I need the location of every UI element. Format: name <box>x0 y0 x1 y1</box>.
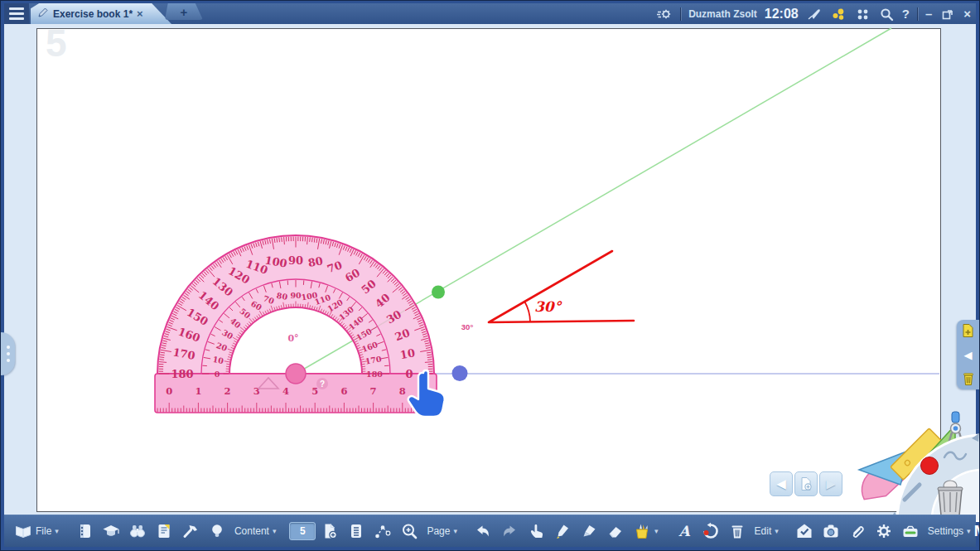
tools-tool[interactable] <box>178 520 203 543</box>
highlighter-tool[interactable] <box>577 520 601 543</box>
pen-cup-icon <box>633 522 651 540</box>
forward-arrow-icon: ▶ <box>826 476 836 491</box>
clock-time: 12:08 <box>765 7 799 22</box>
preferences-tool[interactable] <box>871 520 896 543</box>
search-icon[interactable] <box>878 6 895 22</box>
binoculars-icon <box>128 522 147 540</box>
attachment-tool[interactable] <box>845 520 870 543</box>
grad-cap-icon <box>102 522 120 540</box>
tab-close-icon[interactable]: × <box>137 8 143 19</box>
zoom-in-icon <box>400 522 418 540</box>
collapse-arrow-icon[interactable]: ◀ <box>964 349 973 361</box>
pen-tool[interactable] <box>550 520 575 543</box>
highlighter-icon <box>580 522 598 540</box>
page-add-icon <box>799 476 813 491</box>
redo-button[interactable] <box>497 520 522 543</box>
pen-icon <box>553 522 572 540</box>
chevron-down-icon: ▾ <box>775 527 779 535</box>
title-bar: Exercise book 1* × + Duzmath Zsolt 12:08 <box>4 3 976 24</box>
content-menu-label: Content <box>234 525 269 537</box>
ideas-tool[interactable] <box>205 520 229 543</box>
workspace: 5 ◀ ▶ ◀ <box>4 24 976 515</box>
page-number-box[interactable]: 5 <box>289 522 316 540</box>
undo-icon <box>474 522 492 540</box>
drawer-tool[interactable] <box>898 520 923 543</box>
content-menu[interactable]: Content▾ <box>231 523 280 539</box>
page-list-icon <box>347 522 365 540</box>
media-search-tool[interactable] <box>125 520 150 543</box>
page-number-watermark: 5 <box>46 21 67 65</box>
nav-add-page-button[interactable] <box>794 471 818 496</box>
file-menu-label: File <box>36 525 51 537</box>
titlebar-right: Duzmath Zsolt 12:08 ? – × <box>656 6 976 22</box>
logo-m: M <box>974 522 980 540</box>
path-tool[interactable] <box>370 520 395 543</box>
notebook-icon <box>75 522 94 540</box>
chevron-down-icon: ▾ <box>55 527 59 535</box>
page-canvas[interactable]: 5 <box>36 28 941 512</box>
user-name[interactable]: Duzmath Zsolt <box>688 8 757 20</box>
delete-tool[interactable] <box>725 520 750 543</box>
text-a-icon: A <box>675 522 693 540</box>
pencil-icon <box>37 7 49 22</box>
page-menu-label: Page <box>427 525 450 537</box>
drawer-icon <box>901 522 920 540</box>
settings-menu-label: Settings <box>928 525 963 537</box>
help-icon[interactable]: ? <box>902 7 910 20</box>
edit-menu[interactable]: Edit▾ <box>751 523 782 539</box>
hamburger-menu-icon[interactable] <box>4 3 29 24</box>
undo-button[interactable] <box>471 520 495 543</box>
camera-icon <box>822 522 840 540</box>
new-tab-button[interactable]: + <box>165 3 203 20</box>
chevron-down-icon: ▾ <box>453 527 457 535</box>
left-drawer-handle[interactable] <box>1 332 15 375</box>
file-menu[interactable]: File▾ <box>11 520 62 543</box>
restore-icon[interactable] <box>939 6 956 22</box>
minimize-icon[interactable]: – <box>925 7 932 20</box>
nav-back-button[interactable]: ◀ <box>770 471 793 496</box>
page-sorter-tool[interactable] <box>344 520 369 543</box>
paperclip-icon <box>848 522 867 540</box>
eraser-tool[interactable] <box>603 520 628 543</box>
tools-icon <box>181 522 200 540</box>
hand-icon <box>527 522 545 540</box>
reset-rotation-tool[interactable] <box>698 520 723 543</box>
bottom-toolbar: File▾Content▾5Page▾▾AEdit▾Settings▾M◆ZAI… <box>4 515 976 547</box>
eraser-icon <box>606 522 625 540</box>
chevron-down-icon: ▾ <box>967 527 971 535</box>
page-add-icon <box>321 522 339 540</box>
divider <box>680 7 681 21</box>
hand-tool[interactable] <box>524 520 548 543</box>
mozabook-window: Exercise book 1* × + Duzmath Zsolt 12:08 <box>0 0 980 551</box>
open-book-icon <box>14 522 32 540</box>
nav-forward-button[interactable]: ▶ <box>819 471 842 496</box>
divider <box>917 7 918 21</box>
trash-icon <box>728 522 746 540</box>
lessons-tool[interactable] <box>99 520 123 543</box>
home-check-icon <box>795 522 813 540</box>
exercise-editor-tool[interactable] <box>152 520 176 543</box>
close-icon[interactable]: × <box>963 7 971 20</box>
pen-cup-tool[interactable]: ▾ <box>630 520 662 543</box>
text-tool[interactable]: A <box>672 520 697 543</box>
zoom-tool[interactable] <box>397 520 422 543</box>
gear-sync-icon[interactable] <box>656 6 673 22</box>
apps-grid-icon[interactable] <box>854 6 871 22</box>
page-menu[interactable]: Page▾ <box>423 523 461 539</box>
gear-icon <box>875 522 893 540</box>
notebook-tool[interactable] <box>72 520 97 543</box>
add-page-tool[interactable] <box>317 520 342 543</box>
rocket-icon[interactable] <box>806 6 823 22</box>
settings-menu[interactable]: Settings▾ <box>924 523 974 539</box>
trash-icon[interactable] <box>962 371 975 386</box>
community-icon[interactable] <box>830 6 847 22</box>
homework-tool[interactable] <box>792 520 817 543</box>
page-add-icon[interactable] <box>961 323 975 338</box>
edit-menu-label: Edit <box>755 525 772 537</box>
camera-tool[interactable] <box>818 520 843 543</box>
redo-icon <box>500 522 519 540</box>
bulb-icon <box>208 522 226 540</box>
right-page-tab: ◀ <box>957 320 979 389</box>
chevron-down-icon: ▾ <box>273 527 277 535</box>
back-arrow-icon: ◀ <box>776 476 786 491</box>
